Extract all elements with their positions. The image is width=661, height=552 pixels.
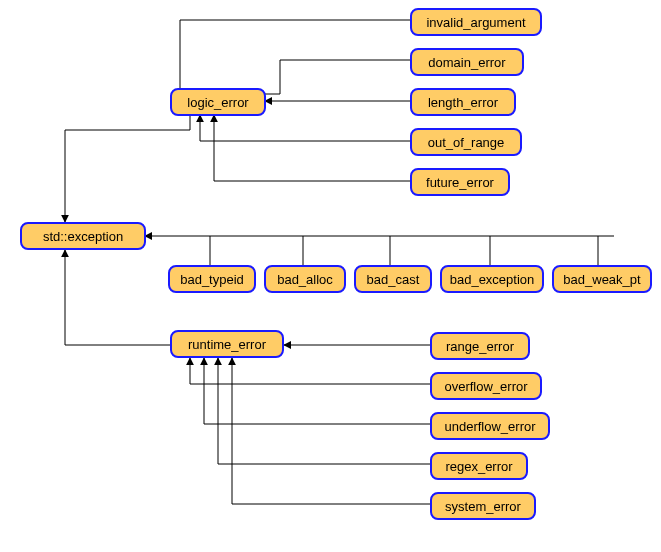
node-bad-cast: bad_cast: [354, 265, 432, 293]
node-label: bad_exception: [450, 272, 535, 287]
node-label: runtime_error: [188, 337, 266, 352]
node-range-error: range_error: [430, 332, 530, 360]
node-label: underflow_error: [444, 419, 535, 434]
node-system-error: system_error: [430, 492, 536, 520]
node-invalid-argument: invalid_argument: [410, 8, 542, 36]
node-label: bad_typeid: [180, 272, 244, 287]
node-bad-alloc: bad_alloc: [264, 265, 346, 293]
node-label: regex_error: [445, 459, 512, 474]
node-regex-error: regex_error: [430, 452, 528, 480]
node-overflow-error: overflow_error: [430, 372, 542, 400]
node-label: range_error: [446, 339, 514, 354]
node-label: bad_cast: [367, 272, 420, 287]
node-bad-exception: bad_exception: [440, 265, 544, 293]
node-underflow-error: underflow_error: [430, 412, 550, 440]
node-bad-typeid: bad_typeid: [168, 265, 256, 293]
node-label: length_error: [428, 95, 498, 110]
node-label: out_of_range: [428, 135, 505, 150]
node-label: system_error: [445, 499, 521, 514]
node-domain-error: domain_error: [410, 48, 524, 76]
node-runtime-error: runtime_error: [170, 330, 284, 358]
node-label: domain_error: [428, 55, 505, 70]
node-label: invalid_argument: [426, 15, 525, 30]
node-label: overflow_error: [444, 379, 527, 394]
node-out-of-range: out_of_range: [410, 128, 522, 156]
node-bad-weak-pt: bad_weak_pt: [552, 265, 652, 293]
node-label: future_error: [426, 175, 494, 190]
node-label: logic_error: [187, 95, 248, 110]
node-label: bad_alloc: [277, 272, 333, 287]
node-std-exception: std::exception: [20, 222, 146, 250]
node-future-error: future_error: [410, 168, 510, 196]
node-label: bad_weak_pt: [563, 272, 640, 287]
node-logic-error: logic_error: [170, 88, 266, 116]
node-length-error: length_error: [410, 88, 516, 116]
node-label: std::exception: [43, 229, 123, 244]
